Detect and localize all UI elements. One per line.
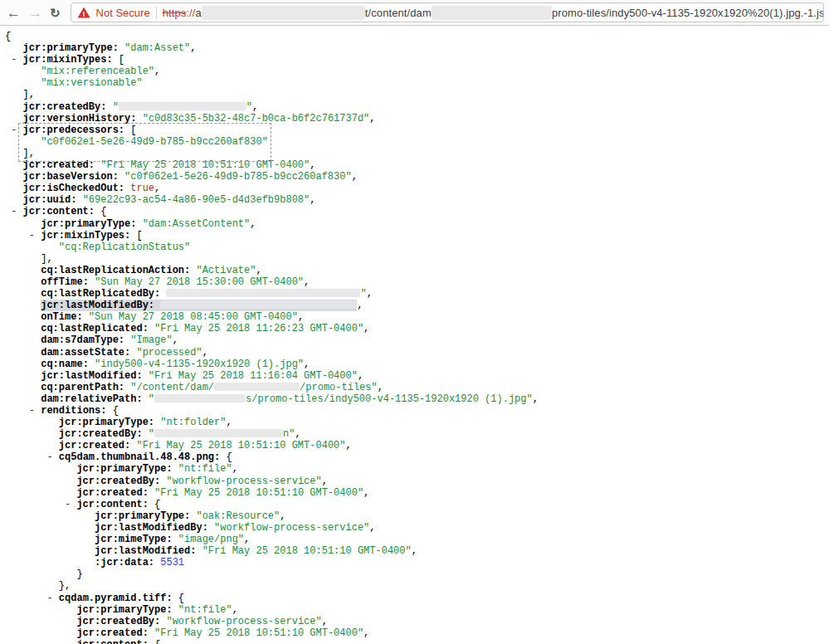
json-key: jcr:lastModified:	[41, 370, 142, 382]
json-punct	[173, 534, 178, 545]
url-path-tail: promo-tiles/indy500-v4-1135-1920x1920%20…	[552, 7, 824, 19]
json-punct: {	[149, 639, 160, 644]
json-punct: ,	[310, 159, 315, 171]
json-string: "nt:file"	[178, 604, 232, 616]
json-line: },	[5, 580, 829, 592]
json-punct: ,	[358, 370, 363, 382]
redacted-value-blur	[166, 289, 360, 297]
json-string: "Fri May 25 2018 10:51:10 GMT-0400"	[100, 159, 310, 171]
collapse-marker[interactable]: -	[29, 230, 41, 242]
json-number: 5531	[160, 557, 184, 568]
url-redaction-blur	[202, 6, 365, 20]
json-punct: ,	[154, 66, 160, 77]
json-line: jcr:lastModifiedBy: ,	[5, 300, 829, 311]
collapse-marker[interactable]: -	[11, 206, 22, 217]
json-punct: ,	[190, 42, 196, 54]
json-line: jcr:primaryType: "nt:file",	[5, 604, 829, 616]
json-string: "mix:referenceable"	[41, 66, 154, 77]
json-punct: ,	[280, 510, 285, 522]
json-string: "	[360, 288, 366, 300]
json-line: jcr:mimeType: "image/png",	[5, 534, 829, 545]
json-line: jcr:isCheckedOut: true,	[5, 183, 829, 194]
json-string: /promo-tiles"	[300, 382, 378, 393]
collapse-marker[interactable]: -	[46, 593, 58, 604]
json-punct: ,	[202, 347, 208, 359]
json-string: "indy500-v4-1135-1920x1920 (1).jpg"	[95, 359, 304, 370]
forward-icon[interactable]: →	[28, 6, 42, 20]
json-punct: ,	[352, 171, 358, 183]
not-secure-label[interactable]: Not Secure	[96, 7, 150, 19]
collapse-marker[interactable]: -	[65, 639, 76, 644]
json-string: "Activate"	[196, 265, 256, 276]
json-punct: ,	[533, 393, 539, 405]
json-punct: ,	[154, 183, 160, 194]
json-line: cq:lastReplicatedBy: ",	[5, 288, 829, 300]
json-line: jcr:created: "Fri May 25 2018 10:51:10 G…	[5, 159, 829, 171]
json-line: - jcr:content: {	[5, 499, 829, 510]
not-secure-warning-icon: !	[78, 7, 90, 18]
json-line: - cq5dam.thumbnail.48.48.png: {	[5, 451, 829, 463]
json-punct: ,	[295, 428, 300, 440]
collapse-marker[interactable]: -	[11, 54, 22, 66]
collapse-marker[interactable]: -	[46, 451, 58, 463]
json-punct	[76, 194, 82, 206]
collapse-marker[interactable]: -	[29, 405, 41, 417]
json-key: jcr:baseVersion:	[23, 171, 119, 183]
json-key: jcr:primaryType:	[59, 417, 154, 428]
collapse-marker[interactable]: -	[65, 499, 76, 510]
json-punct	[143, 428, 149, 440]
json-string: "nt:folder"	[160, 417, 226, 428]
json-punct: {	[5, 31, 11, 42]
json-line: jcr:primaryType: "oak:Resource",	[5, 510, 829, 522]
json-punct	[106, 101, 112, 113]
json-punct: ,	[378, 382, 383, 393]
json-key: cq:lastReplicatedBy:	[41, 288, 160, 300]
json-line: jcr:lastModified: "Fri May 25 2018 10:51…	[5, 545, 829, 557]
back-icon[interactable]: ←	[7, 6, 21, 20]
json-string: "Fri May 25 2018 11:16:04 GMT-0400"	[149, 370, 358, 382]
json-line: dam:relativePath: "s/promo-tiles/indy500…	[5, 393, 829, 405]
json-string: "69e22c93-ac54-4a86-90e5-d4d3efb9b808"	[83, 194, 310, 206]
json-punct: ,	[363, 487, 369, 499]
json-punct: ,	[244, 534, 250, 545]
json-string: "dam:AssetContent"	[143, 218, 251, 230]
json-punct: ,	[173, 334, 178, 346]
json-line: onTime: "Sun May 27 2018 08:45:00 GMT-04…	[5, 311, 829, 323]
json-line: jcr:primaryType: "dam:Asset",	[5, 42, 829, 54]
json-key: cq:parentPath:	[41, 382, 124, 393]
json-punct: ,	[232, 463, 238, 475]
reload-icon[interactable]: ↻	[50, 7, 61, 19]
json-punct	[143, 393, 149, 405]
json-key: cqdam.pyramid.tiff:	[59, 593, 173, 604]
warning-exclamation: !	[78, 9, 90, 18]
json-line: jcr:created: "Fri May 25 2018 10:51:10 G…	[5, 440, 829, 451]
address-bar[interactable]: ! Not Secure https://at/content/dampromo…	[71, 2, 824, 22]
json-line: jcr:versionHistory: "c0d83c35-5b32-48c7-…	[5, 113, 829, 124]
json-line: offTime: "Sun May 27 2018 15:30:00 GMT-0…	[5, 276, 829, 288]
json-punct: [	[130, 230, 142, 242]
json-key: jcr:created:	[76, 487, 148, 499]
json-punct	[119, 171, 124, 183]
collapse-marker[interactable]: -	[11, 124, 22, 136]
json-line: dam:s7damType: "Image",	[5, 334, 829, 346]
json-string: "nt:file"	[178, 463, 232, 475]
json-key: jcr:primaryType:	[76, 463, 172, 475]
json-string: "Sun May 27 2018 15:30:00 GMT-0400"	[95, 276, 304, 288]
json-punct: ,	[226, 417, 232, 428]
json-line: - jcr:predecessors: [	[5, 124, 829, 136]
json-line: jcr:lastModifiedBy: "workflow-process-se…	[5, 522, 829, 534]
json-key: dam:relativePath:	[41, 393, 142, 405]
json-punct: {	[149, 499, 160, 510]
json-punct: ,	[363, 627, 369, 639]
json-viewer: { jcr:primaryType: "dam:Asset", - jcr:mi…	[0, 26, 829, 644]
json-key: jcr:lastModifiedBy:	[41, 300, 154, 311]
json-punct: }	[76, 568, 82, 580]
json-line: jcr:primaryType: "nt:file",	[5, 463, 829, 475]
json-line: ],	[5, 89, 829, 100]
json-punct	[173, 604, 178, 616]
json-punct: ,	[345, 440, 351, 451]
json-line: ],	[5, 253, 829, 265]
json-punct: ],	[23, 148, 35, 159]
json-punct	[208, 522, 214, 534]
omnibox-divider	[156, 7, 157, 19]
